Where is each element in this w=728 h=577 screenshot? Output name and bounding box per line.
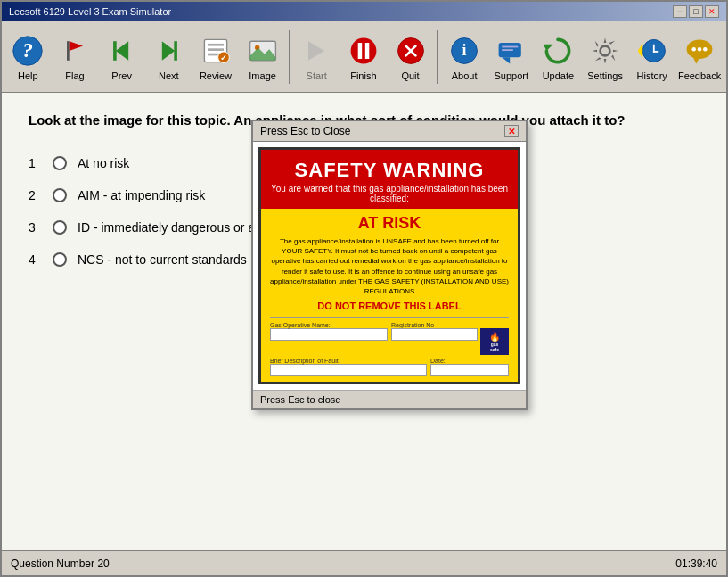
help-label: Help [18, 70, 38, 81]
settings-label: Settings [587, 70, 623, 81]
svg-rect-5 [113, 41, 117, 61]
toolbar-item-settings[interactable]: Settings [583, 29, 628, 86]
safety-field-box-reg [391, 328, 478, 341]
modal-footer: Press Esc to close [253, 390, 526, 408]
toolbar-item-history[interactable]: History [629, 29, 675, 86]
svg-point-38 [692, 46, 697, 51]
history-label: History [637, 70, 667, 81]
svg-marker-37 [693, 57, 699, 63]
safety-field-label-operative: Gas Operative Name: [270, 322, 388, 328]
question-number: Question Number 20 [11, 557, 110, 570]
flag-icon [57, 33, 93, 69]
svg-point-31 [601, 45, 610, 55]
image-icon [245, 33, 281, 69]
svg-rect-9 [208, 43, 224, 45]
about-icon: i [446, 33, 482, 69]
safety-field-label-date: Date: [430, 358, 509, 364]
svg-marker-4 [115, 41, 127, 61]
settings-icon [587, 33, 623, 69]
svg-marker-3 [70, 41, 83, 51]
update-label: Update [543, 70, 574, 81]
toolbar-item-start[interactable]: Start [294, 29, 339, 86]
svg-point-18 [350, 37, 376, 63]
svg-point-39 [698, 46, 702, 51]
finish-icon [346, 33, 381, 69]
toolbar-item-image[interactable]: Image [240, 29, 285, 86]
svg-rect-7 [175, 41, 178, 61]
review-label: Review [200, 70, 232, 81]
review-icon: ✓ [198, 33, 233, 69]
svg-marker-35 [638, 43, 642, 59]
finish-label: Finish [350, 70, 376, 81]
safety-warning-title: SAFETY WARNING [268, 159, 511, 182]
maximize-button[interactable]: □ [689, 5, 703, 18]
minimize-button[interactable]: − [673, 5, 687, 18]
toolbar-item-update[interactable]: Update [536, 29, 581, 86]
svg-rect-28 [502, 45, 518, 47]
gas-safe-logo: 🔥 gassafe [480, 328, 509, 355]
safety-field-row-1: Gas Operative Name: Registration No [270, 322, 509, 355]
about-label: About [452, 70, 478, 81]
modal-footer-text: Press Esc to close [260, 394, 340, 405]
toolbar-item-about[interactable]: i About [442, 29, 487, 86]
svg-marker-6 [162, 41, 175, 61]
content-area: Look at the image for this topic. An app… [2, 93, 726, 550]
next-label: Next [159, 70, 179, 81]
toolbar-item-quit[interactable]: Quit [388, 29, 433, 86]
svg-rect-2 [67, 41, 70, 61]
toolbar-item-flag[interactable]: Flag [53, 29, 98, 86]
modal-close-button[interactable]: ✕ [504, 125, 519, 137]
start-icon [299, 33, 334, 69]
main-window: Lecsoft 6129 Level 3 Exam Simulator − □ … [0, 0, 728, 577]
svg-rect-10 [208, 48, 224, 51]
feedback-label: Feedback [678, 70, 721, 81]
timer: 01:39:40 [675, 557, 717, 570]
gas-safe-text: gassafe [490, 342, 499, 352]
svg-rect-11 [208, 53, 219, 55]
modal-title: Press Esc to Close [260, 125, 350, 137]
close-button[interactable]: ✕ [705, 5, 719, 18]
safety-body-text: The gas appliance/installation is UNSAFE… [270, 236, 509, 296]
toolbar-sep-2 [437, 30, 438, 84]
safety-label: SAFETY WARNING You are warned that this … [258, 147, 520, 384]
safety-field-label-fault: Brief Description of Fault: [270, 358, 427, 364]
toolbar-item-help[interactable]: ? Help [5, 29, 51, 86]
safety-field-date: Date: [430, 358, 509, 376]
support-label: Support [495, 70, 529, 81]
svg-text:✓: ✓ [220, 53, 227, 62]
toolbar-item-finish[interactable]: Finish [341, 29, 387, 86]
history-icon [634, 33, 670, 69]
svg-rect-20 [365, 43, 370, 59]
window-title: Lecsoft 6129 Level 3 Exam Simulator [9, 6, 171, 17]
safety-red-header: SAFETY WARNING You are warned that this … [261, 150, 518, 209]
svg-text:i: i [462, 41, 467, 59]
modal-titlebar: Press Esc to Close ✕ [253, 121, 526, 142]
toolbar-item-next[interactable]: Next [146, 29, 192, 86]
svg-point-40 [703, 46, 708, 51]
safety-field-box-fault [270, 364, 427, 376]
titlebar: Lecsoft 6129 Level 3 Exam Simulator − □ … [2, 2, 726, 21]
support-icon [494, 33, 529, 69]
image-modal: Press Esc to Close ✕ SAFETY WARNING You … [251, 120, 528, 410]
svg-rect-34 [653, 51, 658, 53]
safety-field-label-reg: Registration No [391, 322, 509, 328]
toolbar: ? Help Flag Prev [2, 21, 726, 93]
safety-field-fault: Brief Description of Fault: [270, 358, 427, 376]
safety-field-reg: Registration No 🔥 gassafe [391, 322, 509, 355]
statusbar: Question Number 20 01:39:40 [2, 550, 726, 575]
toolbar-item-feedback[interactable]: Feedback [676, 29, 723, 86]
toolbar-item-prev[interactable]: Prev [99, 29, 144, 86]
toolbar-sep-1 [289, 30, 290, 84]
safety-field-operative: Gas Operative Name: [270, 322, 388, 355]
safety-yellow-body: AT RISK The gas appliance/installation i… [261, 209, 518, 382]
help-icon: ? [10, 33, 45, 69]
update-icon [540, 33, 576, 69]
svg-marker-27 [502, 57, 510, 63]
svg-marker-30 [544, 44, 553, 50]
quit-icon [393, 33, 429, 69]
toolbar-item-support[interactable]: Support [488, 29, 534, 86]
flag-label: Flag [65, 70, 84, 81]
safety-fields: Gas Operative Name: Registration No [270, 317, 509, 376]
toolbar-item-review[interactable]: ✓ Review [193, 29, 239, 86]
safety-field-box-date [430, 364, 509, 376]
